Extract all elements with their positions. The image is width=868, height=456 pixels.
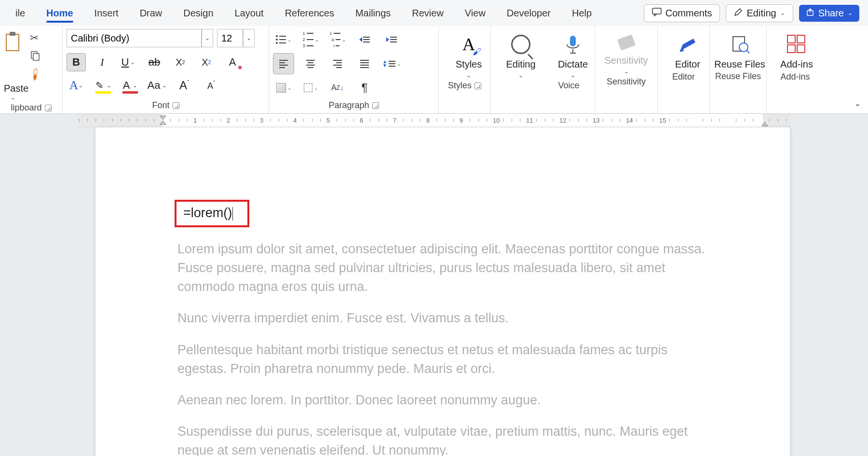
tab-view[interactable]: View [454, 2, 496, 25]
format-painter-button[interactable]: 🖌 [27, 67, 43, 83]
line-spacing-button[interactable]: ▲▼⌄ [381, 53, 402, 74]
shrink-font-button[interactable]: Aˇ [202, 76, 221, 95]
tab-review[interactable]: Review [401, 2, 454, 25]
numbering-button[interactable]: 123⌄ [300, 29, 321, 50]
underline-button[interactable]: U⌄ [119, 53, 138, 71]
ribbon-tabs: ile Home Insert Draw Design Layout Refer… [0, 0, 868, 26]
superscript-button[interactable]: X2 [197, 53, 216, 71]
svg-rect-4 [570, 36, 576, 46]
ruler-number: 9 [460, 117, 463, 124]
tab-file[interactable]: ile [5, 2, 36, 25]
editing-label: Editing [506, 59, 535, 70]
group-reuse-files: Reuse Files Reuse Files [710, 26, 767, 113]
svg-line-9 [746, 50, 749, 53]
reuse-files-icon [728, 33, 751, 56]
sort-button[interactable]: AZ↓ [327, 77, 348, 98]
text-effects-button[interactable]: A⌄ [67, 76, 86, 95]
align-left-button[interactable] [273, 53, 294, 74]
paste-dropdown[interactable]: ⌄ [11, 94, 58, 101]
font-name-dropdown[interactable]: ⌄ [202, 29, 213, 47]
font-size-input[interactable] [217, 29, 243, 47]
paragraph-dialog-launcher[interactable] [372, 102, 379, 109]
ribbon: ✂ 🖌 Paste ⌄ lipboard ⌄ ⌄ [0, 26, 868, 114]
align-right-button[interactable] [327, 53, 348, 74]
tab-developer[interactable]: Developer [496, 2, 561, 25]
strikethrough-button[interactable]: ab [145, 53, 164, 71]
ruler-number: 12 [559, 117, 566, 124]
styles-button[interactable]: A🖌 Styles ⌄ [443, 29, 495, 79]
font-group-label: Font [152, 100, 169, 111]
chevron-down-icon: ⌄ [780, 10, 785, 16]
font-color-button[interactable]: A⌄ [121, 76, 140, 95]
editing-button[interactable]: Editing ⌄ [495, 29, 547, 79]
tab-references[interactable]: References [274, 2, 345, 25]
first-line-indent-marker[interactable] [159, 115, 167, 127]
chevron-down-icon: ⌄ [570, 72, 575, 79]
increase-indent-button[interactable] [381, 29, 402, 50]
comments-button[interactable]: Comments [644, 4, 720, 22]
addins-group-label: Add-ins [780, 72, 810, 82]
tab-home[interactable]: Home [36, 2, 84, 25]
search-icon [509, 33, 532, 56]
lorem-formula-input[interactable]: =lorem() [175, 200, 249, 227]
ruler-number: 6 [360, 117, 363, 124]
dictate-button[interactable]: Dictate ⌄ [547, 29, 599, 79]
justify-button[interactable] [354, 53, 375, 74]
voice-group-label: Voice [558, 81, 579, 91]
grow-font-button[interactable]: Aˆ [175, 76, 194, 95]
addins-button[interactable]: Add-ins [771, 29, 823, 70]
horizontal-ruler[interactable]: 123456789101112131415 [77, 114, 791, 127]
document-area: =lorem() Lorem ipsum dolor sit amet, con… [0, 127, 868, 456]
share-label: Share [818, 8, 844, 19]
copy-button[interactable] [30, 50, 41, 63]
tab-insert[interactable]: Insert [84, 2, 129, 25]
group-clipboard: ✂ 🖌 Paste ⌄ lipboard [0, 26, 63, 113]
comment-icon [652, 8, 662, 19]
bold-button[interactable]: B [67, 53, 86, 71]
ruler-number: 14 [626, 117, 633, 124]
bullets-button[interactable]: ⌄ [273, 29, 294, 50]
shading-button[interactable]: ⌄ [273, 77, 294, 98]
tab-draw[interactable]: Draw [129, 2, 173, 25]
styles-dialog-launcher[interactable] [475, 83, 481, 89]
group-styles: A🖌 Styles ⌄ Styles [439, 26, 491, 113]
ruler-number: 4 [293, 117, 297, 124]
clipboard-dialog-launcher[interactable] [45, 105, 52, 111]
group-editing: Editing ⌄ [491, 26, 543, 113]
group-voice: Dictate ⌄ Voice [543, 26, 595, 113]
ruler-number: 5 [326, 117, 330, 124]
subscript-button[interactable]: X2 [171, 53, 190, 71]
align-center-button[interactable] [300, 53, 321, 74]
font-size-dropdown[interactable]: ⌄ [243, 29, 255, 47]
change-case-button[interactable]: Aa⌄ [148, 76, 167, 95]
styles-icon: A🖌 [457, 33, 480, 56]
editing-mode-button[interactable]: Editing ⌄ [726, 4, 793, 22]
font-name-input[interactable] [67, 29, 202, 47]
cut-button[interactable]: ✂ [30, 32, 41, 44]
clear-formatting-button[interactable]: A◆ [223, 53, 242, 71]
paragraph-3: Pellentesque habitant morbi tristique se… [177, 341, 708, 378]
tab-layout[interactable]: Layout [224, 2, 274, 25]
tab-help[interactable]: Help [561, 2, 602, 25]
editor-button[interactable]: Editor [662, 29, 714, 70]
ruler-number: 10 [493, 117, 500, 124]
tab-design[interactable]: Design [173, 2, 224, 25]
tab-mailings[interactable]: Mailings [345, 2, 401, 25]
sensitivity-button: Sensitivity ⌄ [599, 29, 653, 75]
dictate-label: Dictate [558, 59, 588, 70]
group-sensitivity: Sensitivity ⌄ Sensitivity [595, 26, 658, 113]
show-paragraph-marks-button[interactable]: ¶ [354, 77, 375, 98]
paste-button[interactable] [4, 29, 25, 53]
collapse-ribbon-button[interactable]: ⌄ [854, 98, 861, 109]
document-page[interactable]: =lorem() Lorem ipsum dolor sit amet, con… [95, 127, 790, 456]
italic-button[interactable]: I [93, 53, 112, 71]
styles-label: Styles [456, 59, 482, 70]
decrease-indent-button[interactable] [354, 29, 375, 50]
multilevel-list-button[interactable]: 1ai⌄ [327, 29, 348, 50]
share-button[interactable]: Share ⌄ [799, 5, 859, 22]
reuse-files-button[interactable]: Reuse Files [714, 29, 766, 69]
font-dialog-launcher[interactable] [173, 102, 179, 109]
highlight-button[interactable]: ✎⌄ [94, 76, 113, 95]
borders-button[interactable]: ⌄ [300, 77, 321, 98]
chevron-down-icon: ⌄ [848, 10, 853, 16]
